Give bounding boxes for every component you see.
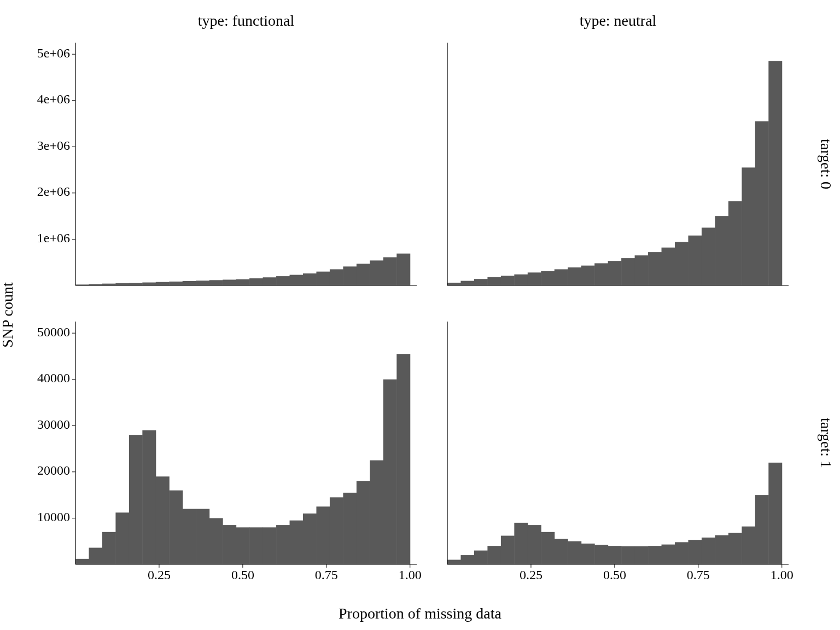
histogram-bar <box>608 546 622 564</box>
histogram-bar <box>675 542 689 564</box>
y-tick-label: 2e+06 <box>37 184 70 199</box>
histogram-bar <box>608 261 622 285</box>
histogram-bar <box>728 201 742 285</box>
row-strip-target1: target: 1 <box>817 317 835 569</box>
col-strip-neutral: type: neutral <box>443 12 793 30</box>
histogram-bar <box>383 257 397 285</box>
x-tick-label: 0.50 <box>603 568 626 582</box>
histogram-bar <box>594 263 608 285</box>
y-axis-title: SNP count <box>0 282 16 348</box>
histogram-bar <box>249 278 263 285</box>
histogram-bar <box>662 248 675 285</box>
histogram-bar <box>196 509 209 564</box>
histogram-bar <box>343 493 357 564</box>
histogram-bar <box>568 267 581 285</box>
histogram-bar <box>115 283 129 285</box>
histogram-bar <box>223 279 236 285</box>
histogram-bar <box>594 545 608 564</box>
x-tick-label: 0.25 <box>148 568 171 582</box>
histogram-bar <box>715 216 728 285</box>
histogram-bar <box>688 236 702 285</box>
histogram-bar <box>755 121 769 285</box>
histogram-bar <box>129 283 143 285</box>
x-tick-label: 0.75 <box>687 568 710 582</box>
histogram-bar <box>129 435 143 564</box>
histogram-bar <box>330 497 343 564</box>
histogram-bar <box>276 525 290 564</box>
histogram-bar <box>662 545 675 564</box>
histogram-bar <box>303 514 317 564</box>
row-strip-target0: target: 0 <box>817 38 835 290</box>
histogram-bar <box>568 541 581 564</box>
histogram-bar <box>541 271 555 285</box>
histogram-bar <box>156 282 170 285</box>
histogram-bar <box>290 521 304 564</box>
panel-functional-target1: 10000200003000040000500000.250.500.751.0… <box>71 317 421 569</box>
histogram-bar <box>648 252 662 285</box>
panel-neutral-target0 <box>443 38 793 290</box>
histogram-bar <box>370 460 383 564</box>
histogram-bar <box>474 279 488 285</box>
histogram-bar <box>343 266 357 285</box>
histogram-bar <box>89 548 102 564</box>
histogram-bar <box>357 481 370 564</box>
histogram-bar <box>715 535 728 564</box>
histogram-bar <box>236 279 250 285</box>
histogram-bar <box>768 61 782 285</box>
histogram-bar <box>474 551 488 564</box>
histogram-bar <box>755 495 769 564</box>
histogram-bar <box>621 258 635 285</box>
histogram-bar <box>581 266 595 285</box>
y-tick-label: 10000 <box>37 510 70 524</box>
histogram-bar <box>142 283 156 285</box>
histogram-bar <box>487 277 501 285</box>
y-tick-label: 5e+06 <box>37 46 70 60</box>
histogram-bar <box>447 560 461 564</box>
histogram-bar <box>330 269 343 285</box>
histogram-bar <box>702 538 715 564</box>
histogram-bar <box>209 280 223 285</box>
histogram-bar <box>528 525 541 564</box>
histogram-bar <box>396 254 410 285</box>
x-tick-label: 1.00 <box>771 568 794 582</box>
y-tick-label: 30000 <box>37 417 70 431</box>
y-tick-label: 1e+06 <box>37 231 70 245</box>
facet-histogram-figure: SNP count Proportion of missing data typ… <box>0 0 840 630</box>
x-tick-label: 0.50 <box>231 568 254 582</box>
panel-neutral-target1: 0.250.500.751.00 <box>443 317 793 569</box>
histogram-bar <box>728 533 742 564</box>
histogram-bar <box>555 539 568 564</box>
y-tick-label: 20000 <box>37 463 70 477</box>
histogram-bar <box>290 275 304 285</box>
histogram-bar <box>541 532 555 564</box>
histogram-bar <box>223 525 236 564</box>
histogram-bar <box>702 228 715 285</box>
x-tick-label: 1.00 <box>399 568 422 582</box>
histogram-bar <box>768 463 782 564</box>
histogram-bar <box>501 536 515 564</box>
histogram-bar <box>263 527 277 564</box>
histogram-bar <box>635 546 649 564</box>
histogram-bar <box>514 275 528 285</box>
histogram-bar <box>514 523 528 564</box>
histogram-bar <box>236 527 250 564</box>
col-strip-functional: type: functional <box>71 12 421 30</box>
histogram-bar <box>196 281 209 285</box>
histogram-bar <box>142 430 156 564</box>
histogram-bar <box>263 277 277 285</box>
histogram-bar <box>370 260 383 285</box>
panel-functional-target0: 1e+062e+063e+064e+065e+06 <box>71 38 421 290</box>
histogram-bar <box>102 532 116 564</box>
x-axis-title: Proportion of missing data <box>339 605 501 622</box>
histogram-bar <box>156 476 170 564</box>
histogram-bar <box>528 272 541 285</box>
histogram-bar <box>357 264 370 285</box>
histogram-bar <box>555 269 568 285</box>
histogram-bar <box>209 518 223 564</box>
histogram-bar <box>742 527 755 564</box>
histogram-bar <box>742 167 755 285</box>
histogram-bar <box>169 282 183 285</box>
histogram-bar <box>249 527 263 564</box>
histogram-bar <box>447 283 461 285</box>
histogram-bar <box>383 380 397 564</box>
